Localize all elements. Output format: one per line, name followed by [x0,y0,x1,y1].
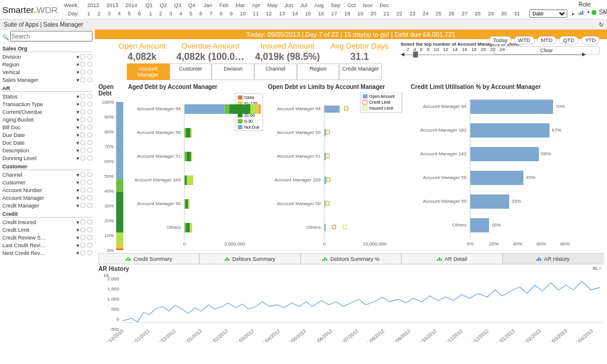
filter-row[interactable]: Credit Insured▾ [2,218,92,226]
timenav-cell[interactable]: 25 [432,10,445,17]
timenav-cell[interactable]: 3 [165,10,175,17]
filter-row[interactable]: Customer▾ [2,178,92,186]
timenav-cell[interactable]: Apr [248,2,264,9]
filter-row[interactable]: Doc Date▾ [2,139,92,146]
timenav-cell[interactable]: 2012 [84,2,103,9]
date-go-icon[interactable]: ▸ [568,10,579,17]
timenav-cell[interactable]: 29 [484,10,497,17]
timenav-cell[interactable]: 5 [186,10,196,17]
timenav-cell[interactable]: 6 [196,10,206,17]
detail-tab[interactable]: Debtors Summary % [301,253,401,264]
filter-row[interactable]: Status▾ [2,92,92,100]
detail-tab[interactable]: AR History [503,253,603,264]
dimension-tab[interactable]: Region [297,63,340,80]
period-button[interactable]: YTD [581,36,600,44]
timenav-cell[interactable]: Q2 [156,2,170,9]
filter-row[interactable]: Channel▾ [2,171,92,178]
filter-row[interactable]: Description▾ [2,146,92,154]
filter-row[interactable]: Credit Limit▾ [2,226,92,234]
timenav-cell[interactable]: 21 [380,10,393,17]
timenav-cell[interactable]: 2 [94,10,104,17]
timenav-cell[interactable]: Dec [376,2,392,9]
timenav-cell[interactable]: 6 [134,10,144,17]
filter-row[interactable]: Dunning Level▾ [2,154,92,162]
filter-row[interactable]: Account Number▾ [2,186,92,194]
timenav-cell[interactable]: Q4 [184,2,199,9]
timenav-cell[interactable]: 31 [510,10,523,17]
timenav-cell[interactable]: Q3 [170,2,184,9]
dimension-tab[interactable]: Channel [254,63,297,80]
timenav-cell[interactable]: 8 [216,10,226,17]
filter-row[interactable]: Current/Overdue▾ [2,108,92,116]
timenav-cell[interactable]: Nov [359,2,376,9]
period-button[interactable]: QTD [559,36,579,44]
detail-tab[interactable]: Credit Summary [98,253,199,264]
timenav-cell[interactable]: 13 [276,10,289,17]
timenav-cell[interactable]: 26 [445,10,458,17]
filter-row[interactable]: Aging Bucket▾ [2,116,92,123]
top-n-slider[interactable]: ◀ ▶ [404,55,582,55]
timenav-cell[interactable]: Aug [311,2,327,9]
timenav-cell[interactable]: 11 [250,10,263,17]
dimension-tab[interactable]: Credit Manager [339,63,382,80]
timenav-cell[interactable]: 15 [302,10,315,17]
timenav-cell[interactable]: 10 [237,10,250,17]
refresh-icon[interactable]: ↻ [599,21,603,28]
period-button[interactable]: MTD [537,36,557,44]
period-button[interactable]: Today [489,36,512,44]
filter-row[interactable]: Bill Doc▾ [2,123,92,131]
dimension-tab[interactable]: Account Manager [127,63,170,80]
filter-row[interactable]: Vertical▾ [2,68,92,76]
date-selector[interactable]: Date [529,9,567,18]
filter-row[interactable]: Sales Manager▾ [2,76,92,84]
filter-row[interactable]: Due Date▾ [2,131,92,139]
timenav-cell[interactable]: 23 [406,10,419,17]
timenav-cell[interactable]: 19 [354,10,367,17]
filter-row[interactable]: Next Credit Rev…▾ [2,249,92,257]
filter-row[interactable]: Credit Manager▾ [2,202,92,209]
timenav-cell[interactable]: 27 [458,10,471,17]
timenav-cell[interactable]: 28 [471,10,484,17]
period-button[interactable]: WTD [514,36,535,44]
timenav-cell[interactable]: 7 [206,10,216,17]
timenav-cell[interactable]: 18 [341,10,354,17]
timenav-cell[interactable]: Mar [232,2,249,9]
dimension-tab[interactable]: Customer [170,63,212,80]
timenav-cell[interactable]: 1 [145,10,155,17]
dimension-tab[interactable]: Division [212,63,254,80]
timenav-cell[interactable]: 2013 [103,2,122,9]
excel-export-icon[interactable]: XL ▫ [592,266,601,271]
timenav-cell[interactable]: 22 [393,10,406,17]
timenav-cell[interactable]: Jan [200,2,216,9]
timenav-cell[interactable]: Oct [344,2,359,9]
timenav-cell[interactable]: Jul [297,2,311,9]
timenav-cell[interactable]: 12 [263,10,276,17]
timenav-cell[interactable]: 1 [84,10,94,17]
timenav-cell[interactable]: 2014 [122,2,140,9]
timenav-cell[interactable]: 5 [124,10,134,17]
timenav-cell[interactable]: 3 [104,10,114,17]
detail-tab[interactable]: AR Detail [401,253,502,264]
timenav-cell[interactable]: 16 [315,10,328,17]
filter-row[interactable]: Transaction Type▾ [2,100,92,108]
timenav-cell[interactable]: 30 [497,10,510,17]
timenav-cell[interactable]: 17 [328,10,341,17]
search-input[interactable] [10,31,92,41]
timenav-cell[interactable]: Jun [281,2,297,9]
timenav-cell[interactable]: Q1 [142,2,156,9]
filter-row[interactable]: Division▾ [2,53,92,60]
detail-tab[interactable]: Debtors Summary [199,253,300,264]
filter-row[interactable]: Region▾ [2,60,92,68]
timenav-cell[interactable]: May [264,2,281,9]
filter-row[interactable]: Last Credit Revi…▾ [2,241,92,249]
filter-row[interactable]: Credit Review S…▾ [2,234,92,241]
timenav-cell[interactable]: 4 [175,10,186,17]
timenav-cell[interactable]: 4 [114,10,124,17]
timenav-cell[interactable]: 9 [226,10,237,17]
timenav-cell[interactable]: 20 [367,10,380,17]
timenav-cell[interactable]: Feb [216,2,232,9]
timenav-cell[interactable]: Sep [327,2,344,9]
timenav-cell[interactable]: 2 [155,10,165,17]
filter-row[interactable]: Account Manager▾ [2,194,92,202]
timenav-cell[interactable]: 14 [289,10,302,17]
